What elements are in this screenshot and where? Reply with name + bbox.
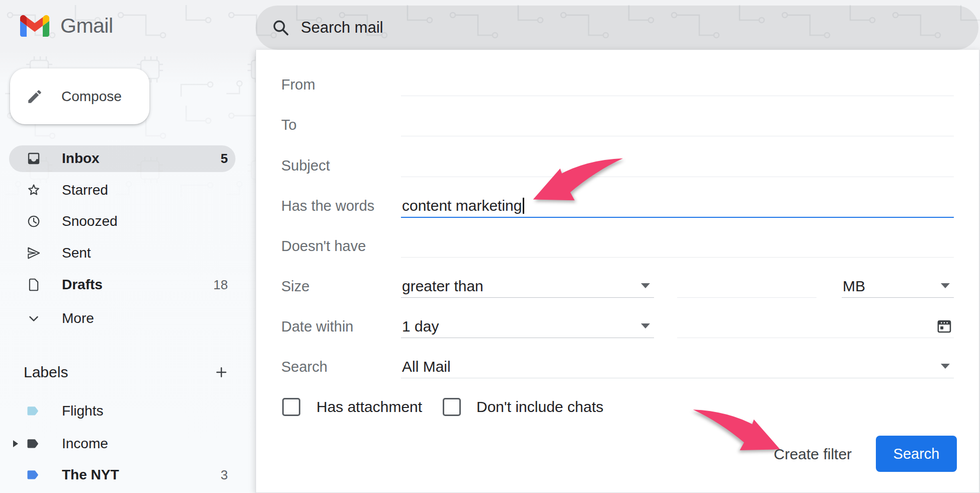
no-chats-checkbox[interactable] xyxy=(443,398,461,416)
search-scope-row: Search All Mail xyxy=(281,356,954,378)
doesnt-have-row: Doesn't have xyxy=(281,235,954,257)
sidebar-item-label: Starred xyxy=(62,177,108,203)
pencil-icon xyxy=(26,88,43,105)
has-attachment-label: Has attachment xyxy=(316,396,422,418)
dropdown-arrow-icon xyxy=(641,283,650,288)
label-tag-icon xyxy=(26,404,41,418)
has-attachment-checkbox[interactable] xyxy=(282,398,300,416)
size-unit-dropdown[interactable]: MB xyxy=(842,275,954,298)
label-tag-icon xyxy=(26,437,41,450)
search-scope-label: Search xyxy=(281,356,328,378)
unread-count-badge: 5 xyxy=(194,145,228,172)
text-cursor xyxy=(523,198,524,214)
to-input[interactable] xyxy=(401,114,954,136)
file-icon xyxy=(26,277,41,292)
size-row: Size greater than MB xyxy=(281,275,954,297)
date-input[interactable] xyxy=(677,315,954,338)
sidebar-item-inbox[interactable]: Inbox 5 xyxy=(0,145,236,172)
date-within-label: Date within xyxy=(281,315,353,338)
sidebar-item-drafts[interactable]: Drafts 18 xyxy=(0,272,236,298)
sidebar-item-label: Inbox xyxy=(62,145,100,172)
sidebar-item-sent[interactable]: Sent xyxy=(0,240,236,266)
sidebar-label-flights[interactable]: Flights xyxy=(0,398,236,424)
has-words-input[interactable]: content marketing xyxy=(401,195,954,218)
size-amount-input[interactable] xyxy=(677,275,816,298)
app-title: Gmail xyxy=(60,14,113,38)
clock-icon xyxy=(26,214,41,229)
plus-icon xyxy=(214,365,229,380)
create-filter-link[interactable]: Create filter xyxy=(774,443,852,465)
checkbox-row: Has attachment Don't include chats xyxy=(281,396,954,418)
compose-button[interactable]: Compose xyxy=(10,68,149,124)
subject-label: Subject xyxy=(281,154,330,177)
to-row: To xyxy=(281,114,954,136)
sidebar-item-label: Snoozed xyxy=(62,208,118,234)
inbox-icon xyxy=(26,151,41,166)
dropdown-arrow-icon xyxy=(641,323,650,328)
search-submit-button[interactable]: Search xyxy=(876,436,957,472)
sidebar-item-starred[interactable]: Starred xyxy=(0,177,236,203)
gmail-logo[interactable]: Gmail xyxy=(20,14,113,38)
date-within-row: Date within 1 day xyxy=(281,315,954,338)
from-label: From xyxy=(281,73,315,96)
labels-heading: Labels xyxy=(24,359,68,385)
sidebar-label-income[interactable]: Income xyxy=(0,431,236,457)
has-words-row: Has the words content marketing xyxy=(281,195,954,217)
dropdown-arrow-icon xyxy=(941,283,950,288)
advanced-search-panel: From To Subject Has the words content ma… xyxy=(256,50,979,493)
sidebar-item-label: Flights xyxy=(62,398,103,424)
subject-row: Subject xyxy=(281,154,954,177)
count-badge: 18 xyxy=(194,272,228,298)
compose-label: Compose xyxy=(61,89,122,105)
sidebar: Gmail Compose Inbox 5 Starred xyxy=(0,0,255,493)
star-icon xyxy=(26,183,41,198)
sidebar-item-label: Income xyxy=(62,431,108,457)
add-label-button[interactable] xyxy=(208,359,234,385)
send-icon xyxy=(26,245,41,261)
sidebar-item-label: More xyxy=(62,305,94,332)
search-scope-dropdown[interactable]: All Mail xyxy=(401,356,954,378)
subject-input[interactable] xyxy=(401,154,954,177)
sidebar-item-snoozed[interactable]: Snoozed xyxy=(0,208,236,234)
date-within-dropdown[interactable]: 1 day xyxy=(401,315,654,338)
calendar-icon[interactable] xyxy=(936,317,953,335)
sidebar-item-more[interactable]: More xyxy=(0,305,236,332)
has-words-label: Has the words xyxy=(281,195,374,217)
count-badge: 3 xyxy=(194,462,228,488)
size-operator-dropdown[interactable]: greater than xyxy=(401,275,654,298)
gmail-app: Gmail Compose Inbox 5 Starred xyxy=(0,0,980,493)
sidebar-item-label: The NYT xyxy=(62,462,119,488)
to-label: To xyxy=(281,114,297,136)
sidebar-label-the-nyt[interactable]: The NYT 3 xyxy=(0,462,236,488)
from-input[interactable] xyxy=(401,73,954,96)
date-within-value: 1 day xyxy=(402,315,439,338)
search-input[interactable]: Search mail xyxy=(301,19,383,37)
search-bar[interactable]: Search mail xyxy=(256,6,978,50)
expand-arrow-icon[interactable] xyxy=(13,440,18,447)
search-icon xyxy=(272,19,290,37)
sidebar-item-label: Sent xyxy=(62,240,91,266)
size-operator-value: greater than xyxy=(402,275,483,297)
search-scope-value: All Mail xyxy=(402,356,451,378)
size-label: Size xyxy=(281,275,309,297)
label-tag-icon xyxy=(26,468,41,481)
dropdown-arrow-icon xyxy=(941,364,950,369)
size-unit-value: MB xyxy=(843,275,865,297)
from-row: From xyxy=(281,73,954,96)
gmail-m-icon xyxy=(20,15,49,37)
doesnt-have-input[interactable] xyxy=(401,235,954,258)
chevron-down-icon xyxy=(26,311,41,326)
sidebar-item-label: Drafts xyxy=(62,272,103,298)
no-chats-label: Don't include chats xyxy=(476,396,604,418)
doesnt-have-label: Doesn't have xyxy=(281,235,366,257)
has-words-value: content marketing xyxy=(402,197,522,214)
